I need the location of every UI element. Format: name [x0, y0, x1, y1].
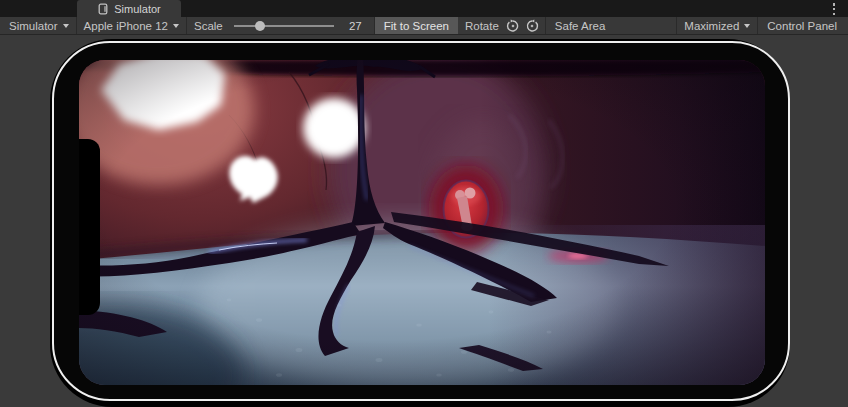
scale-slider[interactable]	[234, 19, 334, 33]
simulator-viewport	[0, 35, 848, 407]
tab-bar: Simulator	[0, 0, 848, 17]
phone-frame	[52, 41, 790, 401]
window-mode-label: Maximized	[684, 20, 739, 32]
fit-to-screen-label: Fit to Screen	[384, 20, 449, 32]
safe-area-label: Safe Area	[555, 20, 606, 32]
vignette	[79, 60, 765, 385]
phone-screen[interactable]	[79, 60, 765, 385]
rotate-cw-icon[interactable]	[525, 19, 539, 33]
chevron-down-icon	[63, 24, 69, 28]
rotate-controls	[506, 19, 545, 33]
safe-area-button[interactable]: Safe Area	[546, 17, 615, 34]
device-selector-label: Apple iPhone 12	[84, 20, 168, 32]
phone-notch	[79, 139, 100, 315]
chevron-down-icon	[744, 24, 750, 28]
scale-slider-thumb[interactable]	[255, 21, 265, 31]
device-icon	[97, 3, 109, 15]
simulator-menu-dropdown[interactable]: Simulator	[2, 17, 76, 34]
rotate-label: Rotate	[458, 20, 506, 32]
scale-label: Scale	[187, 20, 230, 32]
simulator-menu-label: Simulator	[9, 20, 58, 32]
rotate-ccw-icon[interactable]	[506, 19, 520, 33]
fit-to-screen-button[interactable]: Fit to Screen	[375, 17, 458, 34]
scale-value: 27	[338, 20, 362, 32]
control-panel-button[interactable]: Control Panel	[758, 17, 846, 34]
chevron-down-icon	[173, 24, 179, 28]
control-panel-label: Control Panel	[767, 20, 837, 32]
tab-simulator[interactable]: Simulator	[77, 0, 181, 17]
window-menu-icon[interactable]	[829, 3, 839, 15]
window-mode-dropdown[interactable]: Maximized	[677, 17, 757, 34]
unity-simulator-window: Simulator Simulator Apple iPhone 12 Scal…	[0, 0, 848, 407]
tab-label: Simulator	[114, 3, 160, 15]
scale-slider-track[interactable]	[234, 25, 334, 27]
simulator-toolbar: Simulator Apple iPhone 12 Scale 27 Fit t…	[0, 17, 848, 35]
device-selector-dropdown[interactable]: Apple iPhone 12	[77, 17, 186, 34]
game-scene	[79, 60, 765, 385]
